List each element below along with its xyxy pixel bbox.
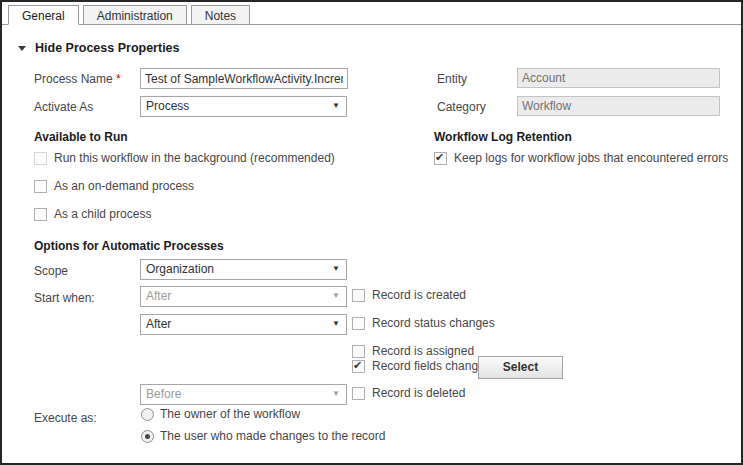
checkbox-record-deleted-label: Record is deleted bbox=[372, 387, 465, 400]
checkbox-keep-logs-label: Keep logs for workflow jobs that encount… bbox=[454, 152, 728, 165]
available-to-run-title: Available to Run bbox=[34, 131, 128, 144]
checkbox-record-status-changes-label: Record status changes bbox=[372, 317, 495, 330]
category-field: Workflow bbox=[517, 96, 720, 116]
process-properties-panel: General Administration Notes Hide Proces… bbox=[0, 0, 743, 465]
chevron-down-icon: ▼ bbox=[332, 320, 340, 328]
start-when-label: Start when: bbox=[34, 292, 95, 305]
category-label: Category bbox=[437, 101, 486, 114]
chevron-down-icon: ▼ bbox=[332, 102, 340, 110]
checkbox-record-fields-change[interactable]: ✔ bbox=[352, 360, 365, 373]
collapse-arrow-icon bbox=[18, 46, 26, 51]
automatic-options-title: Options for Automatic Processes bbox=[34, 240, 224, 253]
radio-owner-of-workflow[interactable] bbox=[141, 408, 154, 421]
radio-user-who-made-changes[interactable] bbox=[141, 430, 154, 443]
activate-as-select[interactable]: Process ▼ bbox=[140, 96, 347, 117]
process-name-label: Process Name * bbox=[34, 73, 121, 86]
execute-as-label: Execute as: bbox=[34, 412, 97, 425]
checkbox-keep-logs[interactable]: ✔ bbox=[434, 152, 447, 165]
checkbox-run-background-label: Run this workflow in the background (rec… bbox=[54, 152, 335, 165]
required-asterisk: * bbox=[116, 72, 121, 86]
scope-select[interactable]: Organization ▼ bbox=[140, 259, 347, 280]
chevron-down-icon: ▼ bbox=[332, 390, 340, 398]
checkbox-on-demand-label: As an on-demand process bbox=[54, 180, 194, 193]
activate-as-label: Activate As bbox=[34, 101, 93, 114]
checkbox-record-fields-change-label: Record fields change bbox=[372, 360, 485, 373]
select-fields-button[interactable]: Select bbox=[478, 356, 563, 379]
tab-general[interactable]: General bbox=[8, 5, 79, 25]
radio-owner-of-workflow-label: The owner of the workflow bbox=[160, 408, 300, 421]
start-when-deleted-select[interactable]: Before ▼ bbox=[140, 384, 347, 405]
checkbox-child-process-label: As a child process bbox=[54, 208, 151, 221]
checkbox-on-demand[interactable]: ✔ bbox=[34, 180, 47, 193]
tab-notes[interactable]: Notes bbox=[191, 5, 250, 24]
checkbox-child-process[interactable]: ✔ bbox=[34, 208, 47, 221]
chevron-down-icon: ▼ bbox=[332, 265, 340, 273]
tab-administration[interactable]: Administration bbox=[83, 5, 187, 24]
checkbox-record-status-changes[interactable]: ✔ bbox=[352, 317, 365, 330]
workflow-log-retention-title: Workflow Log Retention bbox=[434, 131, 572, 144]
radio-user-who-made-changes-label: The user who made changes to the record bbox=[160, 430, 385, 443]
checkbox-record-assigned[interactable]: ✔ bbox=[352, 345, 365, 358]
entity-field: Account bbox=[517, 68, 720, 88]
checkbox-record-assigned-label: Record is assigned bbox=[372, 345, 474, 358]
chevron-down-icon: ▼ bbox=[332, 292, 340, 300]
collapse-label: Hide Process Properties bbox=[35, 41, 180, 55]
checkbox-run-background[interactable]: ✔ bbox=[34, 152, 47, 165]
entity-label: Entity bbox=[437, 73, 467, 86]
hide-process-properties-toggle[interactable]: Hide Process Properties bbox=[18, 41, 180, 55]
start-when-created-select[interactable]: After ▼ bbox=[140, 286, 347, 307]
process-name-input[interactable] bbox=[140, 68, 348, 89]
checkbox-record-created[interactable]: ✔ bbox=[352, 289, 365, 302]
checkbox-record-deleted[interactable]: ✔ bbox=[352, 387, 365, 400]
checkbox-record-created-label: Record is created bbox=[372, 289, 466, 302]
tab-strip: General Administration Notes bbox=[2, 2, 741, 25]
start-when-status-select[interactable]: After ▼ bbox=[140, 314, 347, 335]
scope-label: Scope bbox=[34, 265, 68, 278]
